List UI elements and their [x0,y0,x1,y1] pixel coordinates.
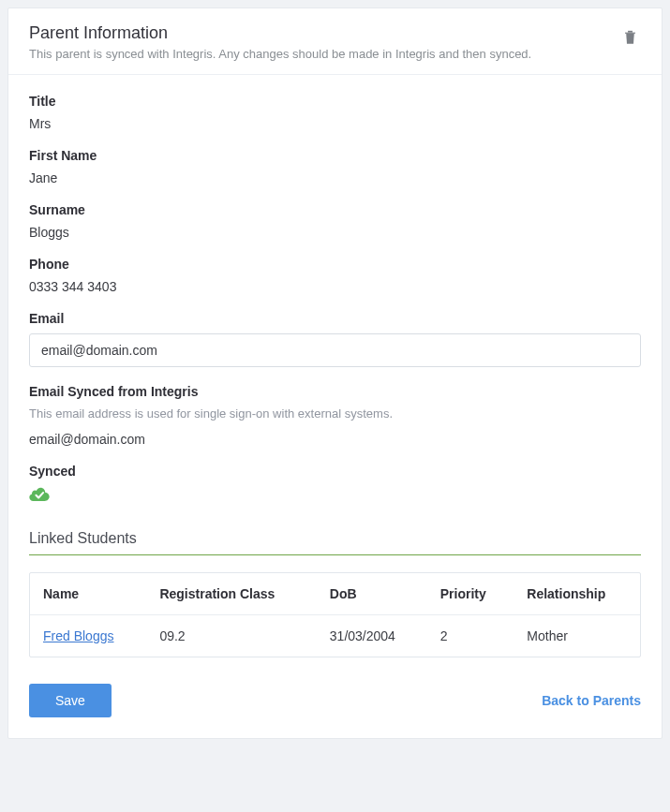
cell-dob: 31/03/2004 [317,615,427,657]
email-input[interactable] [29,333,641,367]
field-phone: Phone 0333 344 3403 [29,257,641,294]
email-label: Email [29,311,641,326]
cell-reg-class: 09.2 [146,615,316,657]
linked-students-title: Linked Students [29,530,641,555]
field-synced: Synced [29,464,641,504]
field-email: Email [29,311,641,367]
linked-students-table-wrap: Name Registration Class DoB Priority Rel… [29,572,641,657]
linked-students-table: Name Registration Class DoB Priority Rel… [30,573,640,657]
trash-icon [623,29,637,45]
card-header: Parent Information This parent is synced… [8,8,662,75]
col-name: Name [30,573,146,615]
phone-label: Phone [29,257,641,272]
field-synced-email: Email Synced from Integris This email ad… [29,384,641,447]
page-subtitle: This parent is synced with Integris. Any… [29,47,619,61]
save-button[interactable]: Save [29,684,112,717]
synced-label: Synced [29,464,641,479]
synced-email-helper: This email address is used for single si… [29,406,641,421]
field-surname: Surname Bloggs [29,202,641,240]
title-value: Mrs [29,116,641,131]
col-dob: DoB [317,573,427,615]
surname-label: Surname [29,202,641,217]
table-row: Fred Bloggs 09.2 31/03/2004 2 Mother [30,615,640,657]
card-header-text: Parent Information This parent is synced… [29,23,619,61]
card-body: Title Mrs First Name Jane Surname Bloggs… [8,75,662,657]
phone-value: 0333 344 3403 [29,279,641,294]
col-relationship: Relationship [514,573,640,615]
parent-info-card: Parent Information This parent is synced… [7,7,663,739]
firstname-label: First Name [29,148,641,163]
synced-email-label: Email Synced from Integris [29,384,641,399]
col-priority: Priority [427,573,514,615]
delete-button[interactable] [619,23,641,51]
field-title: Title Mrs [29,94,641,131]
student-name-link[interactable]: Fred Bloggs [43,628,113,643]
table-header-row: Name Registration Class DoB Priority Rel… [30,573,640,615]
card-footer: Save Back to Parents [8,663,662,738]
cell-priority: 2 [427,615,514,657]
cell-relationship: Mother [514,615,640,657]
firstname-value: Jane [29,170,641,185]
back-to-parents-link[interactable]: Back to Parents [542,693,641,708]
surname-value: Bloggs [29,225,641,240]
field-first-name: First Name Jane [29,148,641,185]
synced-email-value: email@domain.com [29,432,641,447]
cloud-check-icon [29,486,50,501]
title-label: Title [29,94,641,109]
page-title: Parent Information [29,23,619,43]
col-reg-class: Registration Class [146,573,316,615]
